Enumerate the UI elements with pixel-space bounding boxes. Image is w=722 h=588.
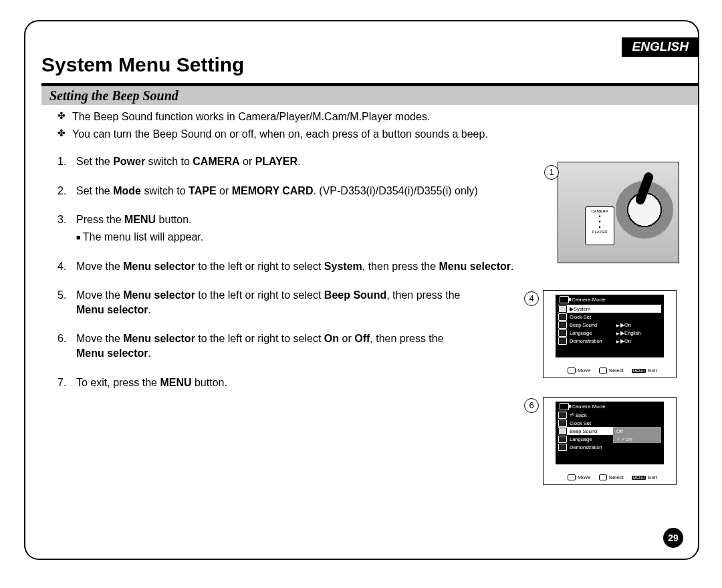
step-number: 6. bbox=[57, 331, 66, 346]
step-1: 1. Set the Power switch to CAMERA or PLA… bbox=[57, 154, 552, 169]
row-icon bbox=[558, 444, 567, 451]
menu-rows: ▶System Clock Set Beep Sound▶On Language… bbox=[558, 305, 661, 345]
foot-select: Select bbox=[599, 368, 624, 374]
menu-row-beep: Beep Sound▶On bbox=[558, 321, 661, 329]
step-number: 5. bbox=[57, 288, 66, 303]
lcd-footer: Move Select MENUExit bbox=[568, 474, 668, 480]
figure-6: 6 Camera Mode ⏎ Back Clock Set Beep Soun… bbox=[543, 397, 683, 485]
step-subnote: The menu list will appear. bbox=[76, 230, 552, 245]
step-number: 3. bbox=[57, 212, 66, 227]
menu-row-clockset: Clock Set bbox=[558, 419, 661, 427]
menu-chip-icon: MENU bbox=[632, 369, 646, 373]
step-number: 1. bbox=[57, 154, 66, 169]
foot-move: Move bbox=[568, 474, 591, 480]
camera-illustration: CAMERA • • • PLAYER bbox=[558, 162, 679, 263]
camera-mode-icon bbox=[560, 296, 569, 303]
lcd-screen: Camera Mode ⏎ Back Clock Set Beep SoundO… bbox=[543, 397, 677, 485]
foot-exit: MENUExit bbox=[632, 368, 657, 374]
step-3: 3. Press the MENU button. The menu list … bbox=[57, 212, 552, 244]
foot-select: Select bbox=[599, 474, 624, 480]
row-icon bbox=[558, 436, 567, 443]
menu-rows: ⏎ Back Clock Set Beep SoundOff Language✓… bbox=[558, 411, 661, 451]
row-icon bbox=[558, 305, 567, 313]
lcd-mode-title: Camera Mode bbox=[572, 297, 606, 303]
menu-row-back: ⏎ Back bbox=[558, 411, 661, 419]
figure-1: 1 CAMERA • • • PLAYER bbox=[543, 162, 683, 262]
lcd-mode-title: Camera Mode bbox=[572, 404, 606, 410]
intro-bullets: The Beep Sound function works in Camera/… bbox=[57, 110, 552, 141]
bullet-item: The Beep Sound function works in Camera/… bbox=[57, 110, 552, 124]
foot-move: Move bbox=[568, 368, 591, 374]
knob-icon bbox=[599, 474, 607, 480]
manual-page: ENGLISH System Menu Setting Setting the … bbox=[24, 20, 699, 560]
step-2: 2. Set the Mode switch to TAPE or MEMORY… bbox=[57, 184, 552, 198]
language-tag: ENGLISH bbox=[622, 37, 698, 57]
row-icon bbox=[558, 329, 567, 337]
row-icon bbox=[558, 321, 567, 329]
figure-4: 4 Camera Mode ▶System Clock Set Beep Sou… bbox=[543, 290, 683, 378]
lcd-content: Camera Mode ▶System Clock Set Beep Sound… bbox=[556, 295, 664, 357]
section-subtitle: Setting the Beep Sound bbox=[41, 86, 698, 105]
step-7: 7. To exit, press the MENU button. bbox=[57, 376, 552, 390]
menu-row-language: Language✓On bbox=[558, 435, 661, 443]
figure-column: 1 CAMERA • • • PLAYER 4 Camera Mode bbox=[543, 162, 683, 504]
row-icon bbox=[558, 428, 567, 435]
row-icon bbox=[558, 337, 567, 345]
step-6: 6. Move the Menu selector to the left or… bbox=[57, 331, 552, 360]
page-number-badge: 29 bbox=[663, 528, 683, 548]
step-5: 5. Move the Menu selector to the left or… bbox=[57, 288, 552, 317]
row-icon bbox=[558, 420, 567, 427]
figure-badge: 4 bbox=[524, 291, 539, 306]
menu-row-demo: Demonstration▶On bbox=[558, 337, 661, 345]
menu-row-demo: Demonstration bbox=[558, 443, 661, 451]
step-number: 7. bbox=[57, 376, 66, 390]
step-4: 4. Move the Menu selector to the left or… bbox=[57, 259, 552, 274]
lcd-content: Camera Mode ⏎ Back Clock Set Beep SoundO… bbox=[556, 402, 664, 464]
knob-icon bbox=[568, 368, 576, 374]
lcd-screen: Camera Mode ▶System Clock Set Beep Sound… bbox=[543, 290, 677, 378]
row-icon bbox=[558, 313, 567, 321]
knob-icon bbox=[599, 368, 607, 374]
knob-icon bbox=[568, 474, 576, 480]
camera-mode-icon bbox=[560, 403, 569, 410]
menu-chip-icon: MENU bbox=[632, 476, 646, 480]
figure-badge: 1 bbox=[544, 165, 559, 180]
dial-labels: CAMERA • • • PLAYER bbox=[585, 206, 614, 245]
figure-badge: 6 bbox=[524, 398, 539, 413]
menu-row-system: ▶System bbox=[558, 305, 661, 313]
step-number: 4. bbox=[57, 259, 66, 274]
menu-row-beep: Beep SoundOff bbox=[558, 427, 661, 435]
bullet-item: You can turn the Beep Sound on or off, w… bbox=[57, 127, 552, 142]
lcd-footer: Move Select MENUExit bbox=[568, 368, 668, 374]
foot-exit: MENUExit bbox=[632, 474, 657, 480]
content-column: The Beep Sound function works in Camera/… bbox=[57, 110, 552, 404]
menu-row-language: Language▶English bbox=[558, 329, 661, 337]
row-icon bbox=[558, 412, 567, 419]
menu-row-clockset: Clock Set bbox=[558, 313, 661, 321]
page-title: System Menu Setting bbox=[41, 53, 244, 76]
step-number: 2. bbox=[57, 184, 66, 198]
steps-list: 1. Set the Power switch to CAMERA or PLA… bbox=[57, 154, 552, 390]
